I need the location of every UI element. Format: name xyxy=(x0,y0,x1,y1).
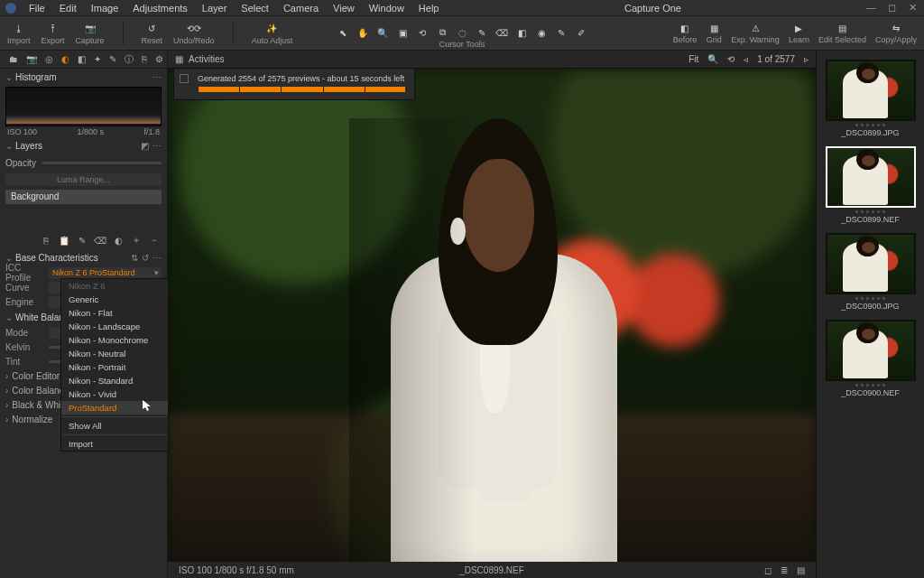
icc-menu-item[interactable]: Nikon - Vivid xyxy=(61,387,168,401)
erase-tool-icon[interactable]: ⌫ xyxy=(495,26,508,39)
icc-menu-item[interactable]: Generic xyxy=(61,293,168,306)
add-layer-icon[interactable]: ＋ xyxy=(131,235,142,246)
thumbnail[interactable]: _DSC0900.NEF xyxy=(826,320,916,397)
menu-image[interactable]: Image xyxy=(84,3,126,14)
panel-menu-icon[interactable]: ⋯ xyxy=(152,72,162,82)
menu-file[interactable]: File xyxy=(22,3,52,14)
paste-icon[interactable]: 📋 xyxy=(59,235,69,246)
brush-icon[interactable]: ✎ xyxy=(77,235,88,246)
undoredo-button[interactable]: ⟲⟳Undo/Redo xyxy=(173,21,215,45)
layout-icon[interactable]: ≣ xyxy=(781,565,788,575)
editselected-button[interactable]: ▤Edit Selected xyxy=(818,22,866,44)
reset-icon[interactable]: ↺ xyxy=(142,253,149,263)
fit-icon[interactable]: Fit xyxy=(688,54,698,64)
expwarn-button[interactable]: ⚠Exp. Warning xyxy=(731,22,780,44)
delete-layer-icon[interactable]: － xyxy=(149,235,160,246)
icc-menu-import[interactable]: Import xyxy=(61,437,168,451)
icc-menu-item[interactable]: Nikon - Neutral xyxy=(61,347,168,360)
export-button[interactable]: ⭱Export xyxy=(42,21,65,45)
zoom-out-icon[interactable]: 🔍 xyxy=(707,54,718,64)
zoom-tool-icon[interactable]: 🔍 xyxy=(376,26,389,39)
icc-menu-item-prostandard[interactable]: ProStandard xyxy=(61,401,168,415)
layers-header[interactable]: ⌄ Layers ◩⋯ xyxy=(0,137,167,154)
opacity-slider[interactable] xyxy=(42,162,162,164)
tab-styles-icon[interactable]: ✎ xyxy=(109,53,116,65)
picker-tool-icon[interactable]: ✎ xyxy=(555,26,568,39)
hand-tool-icon[interactable]: ✋ xyxy=(356,26,369,39)
minimize-button[interactable]: — xyxy=(864,2,877,13)
icc-menu-item[interactable]: Nikon - Portrait xyxy=(61,360,168,374)
tab-details-icon[interactable]: ✦ xyxy=(94,53,101,65)
rotate-tool-icon[interactable]: ⟲ xyxy=(416,26,429,39)
mask-tool-icon[interactable]: ✎ xyxy=(476,26,488,39)
tab-metadata-icon[interactable]: ⓘ xyxy=(125,53,134,65)
histogram-header[interactable]: ⌄ Histogram ⋯ xyxy=(0,69,167,85)
crop-tool-icon[interactable]: ▣ xyxy=(396,26,409,39)
learn-button[interactable]: ▶Learn xyxy=(789,22,809,44)
opacity-label: Opacity xyxy=(5,158,36,168)
before-button[interactable]: ◧Before xyxy=(673,22,698,44)
grid-view-icon[interactable]: ▦ xyxy=(175,54,183,64)
close-button[interactable]: ✕ xyxy=(906,2,919,14)
layer-background[interactable]: Background xyxy=(5,190,162,204)
radial-tool-icon[interactable]: ◉ xyxy=(535,26,548,39)
panel-menu-icon[interactable]: ⋯ xyxy=(152,253,162,263)
tab-color-icon[interactable]: ◐ xyxy=(61,53,69,65)
tab-output-icon[interactable]: ⎘ xyxy=(142,53,147,65)
icc-menu-item[interactable]: Nikon - Landscape xyxy=(61,320,168,333)
tab-capture-icon[interactable]: 📷 xyxy=(26,53,37,65)
menu-help[interactable]: Help xyxy=(411,3,447,14)
luma-range-button[interactable]: Luma Range... xyxy=(5,173,162,186)
window-title: Capture One xyxy=(446,3,859,14)
reset-button[interactable]: ↺Reset xyxy=(142,21,163,45)
icc-profile-dropdown[interactable]: Nikon Z 6 ProStandard xyxy=(49,267,162,279)
more-icon[interactable]: ⋯ xyxy=(152,141,162,151)
activities-label[interactable]: Activities xyxy=(189,54,224,64)
mask-icon[interactable]: ◩ xyxy=(141,141,149,151)
keystone-tool-icon[interactable]: ⧉ xyxy=(436,26,448,39)
maximize-button[interactable]: ◻ xyxy=(885,2,898,14)
thumbnail[interactable]: _DSC0900.JPG xyxy=(826,233,916,311)
copy-adjust-icon[interactable]: ⇅ xyxy=(131,253,138,263)
icc-menu-item[interactable]: Nikon - Monochrome xyxy=(61,333,168,347)
thumbnail[interactable]: _DSC0899.NEF xyxy=(826,146,916,224)
prev-icon[interactable]: ◃ xyxy=(744,54,748,64)
rotate-ccw-icon[interactable]: ⟲ xyxy=(727,54,735,64)
menu-camera[interactable]: Camera xyxy=(276,3,326,14)
grid-button[interactable]: ▦Grid xyxy=(706,22,722,44)
pointer-tool-icon[interactable]: ⬉ xyxy=(337,26,349,39)
activities-checkbox[interactable] xyxy=(180,74,189,83)
spot-tool-icon[interactable]: ◌ xyxy=(456,26,468,39)
tab-exposure-icon[interactable]: ◧ xyxy=(78,53,86,65)
menu-layer[interactable]: Layer xyxy=(195,3,235,14)
tab-library-icon[interactable]: 🖿 xyxy=(9,53,18,65)
tab-adjust-icon[interactable]: ⚙ xyxy=(155,53,163,65)
menu-window[interactable]: Window xyxy=(362,3,411,14)
capture-button[interactable]: 📷Capture xyxy=(76,21,105,45)
menu-select[interactable]: Select xyxy=(234,3,276,14)
tab-lens-icon[interactable]: ◎ xyxy=(45,53,53,65)
viewer-image[interactable]: × Generated 2554 of 2575 previews - abou… xyxy=(168,69,816,562)
icc-menu-item[interactable]: Nikon - Flat xyxy=(61,306,168,320)
autoadjust-button[interactable]: ✨Auto Adjust xyxy=(252,21,293,45)
icc-menu-showall[interactable]: Show All xyxy=(61,419,168,433)
copy-icon[interactable]: ⎘ xyxy=(41,235,51,246)
gradient-tool-icon[interactable]: ◧ xyxy=(515,26,528,39)
proof-icon[interactable]: ◻ xyxy=(764,565,772,575)
thumbnail[interactable]: _DSC0899.JPG xyxy=(826,60,916,137)
eraser-icon[interactable]: ⌫ xyxy=(95,235,106,246)
icc-profile-menu[interactable]: Nikon Z 6 Generic Nikon - Flat Nikon - L… xyxy=(60,278,169,452)
menu-adjustments[interactable]: Adjustments xyxy=(125,3,195,14)
next-icon[interactable]: ▹ xyxy=(804,54,808,64)
copyapply-button[interactable]: ⇆Copy/Apply xyxy=(875,22,917,44)
thumbnail-filename: _DSC0900.JPG xyxy=(826,302,916,311)
import-button[interactable]: ⭳Import xyxy=(7,21,31,45)
wb-mode-label: Mode xyxy=(5,328,49,338)
chevron-down-icon: ⌄ xyxy=(5,141,13,151)
browser-toggle-icon[interactable]: ▤ xyxy=(797,565,805,575)
icc-menu-item[interactable]: Nikon - Standard xyxy=(61,374,168,387)
invert-icon[interactable]: ◐ xyxy=(113,235,124,246)
annotate-tool-icon[interactable]: ✐ xyxy=(575,26,587,39)
menu-edit[interactable]: Edit xyxy=(52,3,84,14)
menu-view[interactable]: View xyxy=(326,3,362,14)
